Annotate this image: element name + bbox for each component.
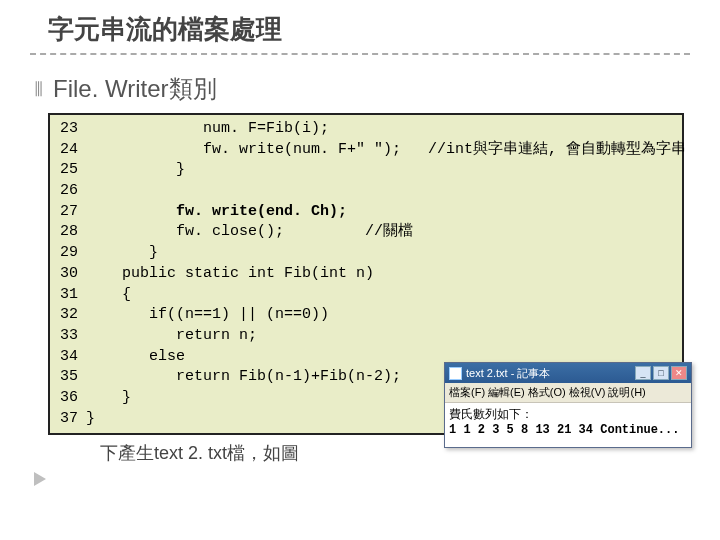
code-line: public static int Fib(int n) [86, 265, 374, 282]
notepad-titlebar[interactable]: text 2.txt - 記事本 _ □ ✕ [445, 363, 691, 383]
code-line: fw. write(num. F+" "); [86, 141, 428, 158]
notepad-icon [449, 367, 462, 380]
ln: 30 [60, 265, 78, 282]
title-divider [30, 53, 690, 55]
ln: 27 [60, 203, 78, 220]
ln: 37 [60, 410, 78, 427]
code-comment: //關檔 [365, 223, 413, 240]
code-line: fw. close(); [86, 223, 365, 240]
subtitle-text: File. Writer類別 [53, 73, 217, 105]
bullet-icon: ⦀ [34, 76, 43, 102]
nav-arrow-icon[interactable] [34, 472, 46, 486]
close-button[interactable]: ✕ [671, 366, 687, 380]
ln: 29 [60, 244, 78, 261]
code-line: } [86, 161, 185, 178]
ln: 25 [60, 161, 78, 178]
line-number-gutter: 23 24 25 26 27 28 29 30 31 32 33 34 35 3… [50, 115, 86, 433]
code-line: } [86, 410, 95, 427]
ln: 26 [60, 182, 78, 199]
ln: 31 [60, 286, 78, 303]
notepad-line: 費氏數列如下： [449, 408, 533, 422]
code-line: else [86, 348, 185, 365]
ln: 32 [60, 306, 78, 323]
minimize-button[interactable]: _ [635, 366, 651, 380]
code-line: } [86, 244, 158, 261]
code-line: return n; [86, 327, 257, 344]
code-line: return Fib(n-1)+Fib(n-2); [86, 368, 401, 385]
ln: 23 [60, 120, 78, 137]
notepad-window: text 2.txt - 記事本 _ □ ✕ 檔案(F) 編輯(E) 格式(O)… [444, 362, 692, 448]
ln: 36 [60, 389, 78, 406]
ln: 24 [60, 141, 78, 158]
notepad-body[interactable]: 費氏數列如下： 1 1 2 3 5 8 13 21 34 Continue... [445, 403, 691, 447]
maximize-button[interactable]: □ [653, 366, 669, 380]
code-comment: //int與字串連結, 會自動轉型為字串 [428, 141, 686, 158]
notepad-title-text: text 2.txt - 記事本 [466, 366, 635, 381]
notepad-line: 1 1 2 3 5 8 13 21 34 Continue... [449, 423, 679, 437]
notepad-menubar[interactable]: 檔案(F) 編輯(E) 格式(O) 檢視(V) 說明(H) [445, 383, 691, 403]
ln: 33 [60, 327, 78, 344]
code-line: } [86, 389, 131, 406]
subtitle-row: ⦀ File. Writer類別 [30, 73, 690, 105]
code-line-bold: fw. write(end. Ch); [86, 203, 347, 220]
slide-title: 字元串流的檔案處理 [30, 12, 690, 47]
code-line: num. F=Fib(i); [86, 120, 329, 137]
code-line: { [86, 286, 131, 303]
code-line: if((n==1) || (n==0)) [86, 306, 329, 323]
ln: 28 [60, 223, 78, 240]
ln: 35 [60, 368, 78, 385]
ln: 34 [60, 348, 78, 365]
